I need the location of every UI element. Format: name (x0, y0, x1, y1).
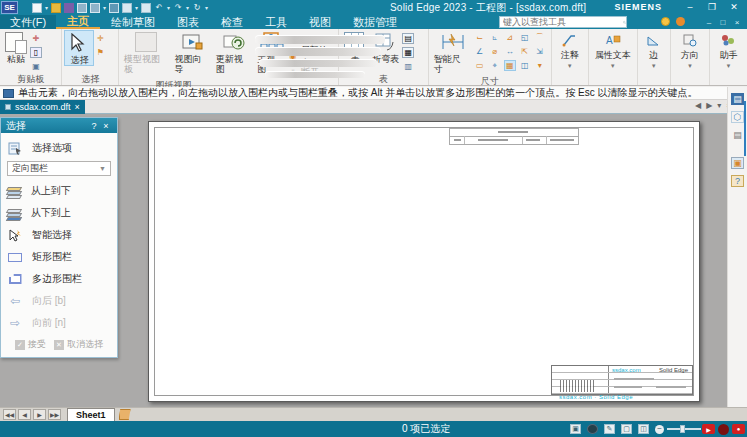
first-sheet-icon[interactable]: ◀◀ (3, 409, 16, 420)
new-dropdown-icon[interactable]: ▾ (45, 4, 48, 11)
dimension-tool-icon[interactable]: ⇲ (534, 46, 546, 57)
command-search[interactable] (499, 16, 627, 28)
cut-icon[interactable]: ✚ (30, 33, 42, 44)
copy-dropdown-icon[interactable]: ▾ (135, 4, 138, 11)
panel-item-back[interactable]: ⇦ 向后 [b] (1, 290, 117, 312)
title-block[interactable]: ssdax.com Solid Edge (551, 365, 693, 395)
view-wizard-button[interactable]: 视图向导 (171, 30, 212, 74)
dimension-tool-icon[interactable]: ∠ (474, 46, 486, 57)
tab-diagram[interactable]: 图表 (166, 15, 210, 29)
tab-sketch[interactable]: 绘制草图 (100, 15, 166, 29)
dimension-tool-icon[interactable]: ▭ (474, 60, 486, 71)
save-as-icon[interactable] (90, 3, 100, 13)
edge-button[interactable]: 边 ▼ (640, 30, 668, 69)
shaded-view-icon[interactable] (587, 424, 598, 434)
panel-item-forward[interactable]: ⇨ 向前 [n] (1, 312, 117, 334)
redo-icon[interactable]: ↷ (173, 3, 183, 13)
annotation-button[interactable]: 注释 ▼ (554, 30, 586, 69)
new-document-icon[interactable] (32, 3, 42, 13)
tab-home[interactable]: 主页 (56, 15, 100, 29)
assistant-button[interactable]: 助手 ▼ (712, 30, 745, 69)
select-tool-button[interactable]: 选择 (64, 30, 94, 66)
zoom-slider-handle[interactable] (680, 425, 685, 433)
annotation-dropdown-icon[interactable]: ▼ (567, 63, 573, 69)
detail-view-button[interactable]: ◉ 局部放大 (287, 50, 336, 63)
drawing-sheet[interactable]: ssdax.com Solid Edge ssdax.com · Solid E… (148, 121, 700, 402)
record-stop-icon[interactable] (718, 424, 729, 435)
orientation-button[interactable]: 方向 ▼ (673, 30, 707, 69)
select-fence-icon[interactable]: ⚑ (94, 47, 106, 58)
dimension-tool-icon[interactable]: ⌒ (534, 32, 546, 43)
feedback-community-icon[interactable] (676, 17, 685, 26)
doc-close-button[interactable]: × (731, 18, 743, 27)
dimension-tool-icon[interactable]: ↔ (504, 46, 516, 57)
clipboard-options-icon[interactable]: ▣ (30, 61, 42, 72)
tab-inspect[interactable]: 检查 (210, 15, 254, 29)
dimension-tool-icon[interactable]: ⌙ (474, 32, 486, 43)
model-view-board-button[interactable]: 模型视图板 (121, 30, 171, 74)
dimension-tool-icon[interactable]: ⇱ (519, 46, 531, 57)
family-table-icon[interactable]: ▥ (402, 61, 414, 72)
record-camera-icon[interactable]: ● (732, 424, 745, 434)
dimension-tool-icon[interactable]: ⌀ (489, 46, 501, 57)
search-input[interactable] (500, 17, 623, 27)
dimension-tool-icon[interactable]: ⌖ (489, 60, 501, 71)
document-tab[interactable]: ssdax.com.dft × (0, 100, 85, 114)
close-button[interactable]: ✕ (723, 0, 745, 14)
prompt-doc-icon[interactable]: ▤ (731, 93, 744, 105)
panel-item-rect-fence[interactable]: 矩形围栏 (1, 246, 117, 268)
qat-customize-icon[interactable]: ▾ (205, 4, 208, 11)
dimension-tool-icon[interactable]: ▦ (504, 60, 516, 71)
document-tab-close-icon[interactable]: × (75, 102, 80, 112)
save-icon[interactable] (77, 3, 87, 13)
tab-list-icon[interactable]: ▾ (717, 101, 721, 110)
copy-icon[interactable] (122, 3, 132, 13)
pathfinder-icon[interactable]: ⬡ (731, 111, 744, 123)
update-views-button[interactable]: 更新视图 (213, 30, 254, 74)
file-menu-button[interactable]: 文件(F) (0, 15, 56, 29)
panel-item-poly-fence[interactable]: 多边形围栏 (1, 268, 117, 290)
window-switch-icon[interactable] (109, 3, 119, 13)
assistant-dropdown-icon[interactable]: ▼ (725, 63, 731, 69)
select-add-icon[interactable]: ✛ (94, 33, 106, 44)
tab-next-icon[interactable]: ▶ (706, 101, 712, 110)
principal-view-button[interactable]: 主视图 (254, 30, 287, 74)
paste-special-icon[interactable] (141, 3, 151, 13)
record-play-icon[interactable]: ▶ (702, 424, 715, 434)
select-panel-titlebar[interactable]: 选择 ? × (1, 118, 117, 133)
deselect-button[interactable]: ✕ 取消选择 (54, 338, 103, 351)
drawing-workspace[interactable]: ssdax.com Solid Edge ssdax.com · Solid E… (0, 114, 727, 407)
smart-dimension-button[interactable]: 智能尺寸 (431, 30, 473, 74)
property-text-button[interactable]: A 属性文本 ▼ (591, 30, 635, 69)
app-logo[interactable]: SE (1, 1, 18, 14)
revision-table[interactable] (449, 128, 579, 145)
paste-button[interactable]: 粘贴 (2, 30, 30, 64)
save-dropdown-icon[interactable]: ▾ (103, 4, 106, 11)
last-sheet-icon[interactable]: ▶▶ (48, 409, 61, 420)
fence-mode-dropdown[interactable]: 定向围栏 ▼ (7, 161, 111, 176)
prev-sheet-icon[interactable]: ◀ (18, 409, 31, 420)
tab-data-management[interactable]: 数据管理 (342, 15, 408, 29)
panel-item-select-options[interactable]: 选择选项 (1, 137, 117, 159)
doc-minimize-button[interactable]: – (703, 18, 715, 27)
dimension-tool-icon[interactable]: ◫ (519, 60, 531, 71)
doc-restore-button[interactable]: □ (717, 18, 729, 27)
sheet-views-icon[interactable]: ▣ (731, 157, 744, 169)
tab-tools[interactable]: 工具 (254, 15, 298, 29)
redo-dropdown-icon[interactable]: ▾ (186, 4, 189, 11)
panel-help-icon[interactable]: ? (88, 121, 100, 131)
panel-item-top-down[interactable]: 从上到下 (1, 180, 117, 202)
dimension-tool-icon[interactable]: ⊿ (504, 32, 516, 43)
restore-button[interactable]: ❐ (701, 0, 723, 14)
background-sheet-icon[interactable] (119, 409, 131, 420)
hole-table-icon[interactable]: ▦ (402, 47, 414, 58)
zoom-out-icon[interactable]: − (655, 425, 664, 434)
broken-view-button[interactable]: ⊣⊢ 断开 (287, 66, 336, 79)
bend-table-button[interactable]: 折弯表 (369, 30, 402, 64)
parts-list-icon[interactable]: ▤ (402, 33, 414, 44)
dimension-tool-icon[interactable]: ◱ (519, 32, 531, 43)
open-icon[interactable] (51, 3, 61, 13)
next-sheet-icon[interactable]: ▶ (33, 409, 46, 420)
feedback-happy-icon[interactable] (661, 17, 670, 26)
minimize-button[interactable]: – (679, 0, 701, 14)
